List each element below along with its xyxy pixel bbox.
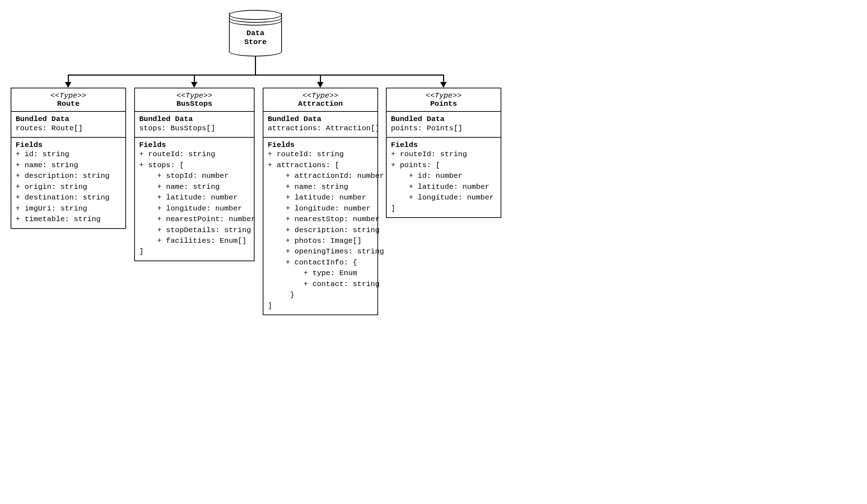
connector-line — [194, 75, 195, 83]
stereotype-label: <<Type>> — [389, 92, 498, 100]
connector-line — [68, 75, 444, 76]
section-title: Fields — [391, 141, 496, 149]
section-title: Bundled Data — [139, 115, 250, 123]
stereotype-label: <<Type>> — [13, 92, 123, 100]
connector-line — [320, 75, 321, 83]
datastore-label: Data Store — [229, 29, 282, 46]
diagram-canvas: Data Store <<Type>> Route Bundled Data r… — [0, 0, 867, 504]
arrow-icon — [317, 82, 323, 88]
section-title: Bundled Data — [268, 115, 373, 123]
section-title: Bundled Data — [391, 115, 496, 123]
bundled-data: stops: BusStops[] — [139, 123, 250, 134]
section-title: Bundled Data — [16, 115, 121, 123]
entity-name: Attraction — [266, 100, 375, 108]
connector-line — [443, 75, 444, 83]
bundled-data: routes: Route[] — [16, 123, 121, 134]
entity-busstops: <<Type>> BusStops Bundled Data stops: Bu… — [134, 88, 255, 261]
field-list: + id: string + name: string + descriptio… — [16, 149, 121, 225]
section-title: Fields — [16, 141, 121, 149]
bundled-data: points: Points[] — [391, 123, 496, 134]
entity-name: Points — [389, 100, 498, 108]
arrow-icon — [191, 82, 197, 88]
arrow-icon — [440, 82, 447, 88]
field-list: + routeId: string + stops: [ + stopId: n… — [139, 149, 250, 257]
entity-points: <<Type>> Points Bundled Data points: Poi… — [386, 88, 501, 218]
entity-attraction: <<Type>> Attraction Bundled Data attract… — [263, 88, 378, 315]
connector-line — [255, 56, 256, 75]
connector-line — [68, 75, 69, 83]
entity-route: <<Type>> Route Bundled Data routes: Rout… — [11, 88, 126, 229]
datastore-symbol: Data Store — [229, 10, 282, 56]
section-title: Fields — [139, 141, 250, 149]
stereotype-label: <<Type>> — [137, 92, 252, 100]
entity-name: Route — [13, 100, 123, 108]
stereotype-label: <<Type>> — [266, 92, 375, 100]
bundled-data: attractions: Attraction[] — [268, 123, 373, 134]
section-title: Fields — [268, 141, 373, 149]
field-list: + routeId: string + attractions: [ + att… — [268, 149, 373, 311]
field-list: + routeId: string + points: [ + id: numb… — [391, 149, 496, 214]
arrow-icon — [65, 82, 71, 88]
entity-name: BusStops — [137, 100, 252, 108]
